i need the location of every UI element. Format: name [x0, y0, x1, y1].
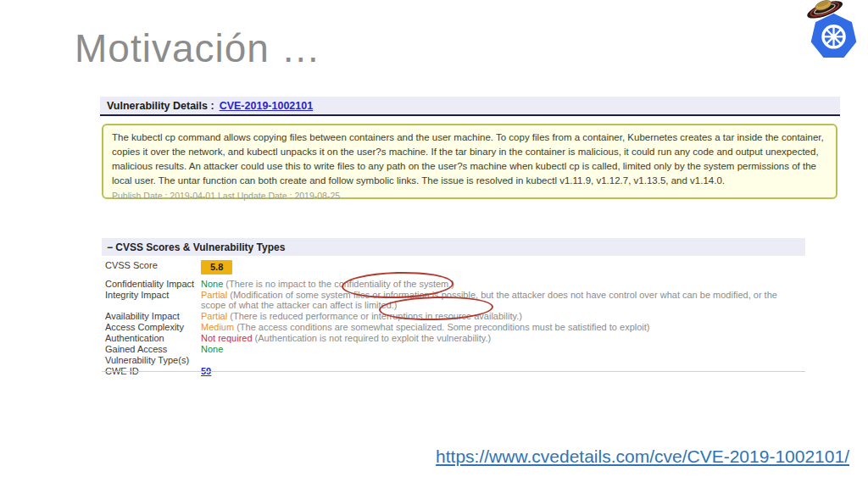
kubernetes-helm-icon: [798, 0, 866, 64]
cvss-row-label: Confidentiality Impact: [105, 279, 201, 290]
cvss-row-content: Medium (The access conditions are somewh…: [201, 322, 802, 333]
cvss-section-header[interactable]: − CVSS Scores & Vulnerability Types: [102, 238, 805, 256]
vulnerability-details-header: Vulnerability Details : CVE-2019-1002101: [100, 97, 840, 116]
cvss-row-desc: (Modification of some system files or in…: [201, 290, 777, 311]
vulnerability-description-text: The kubectl cp command allows copying fi…: [112, 130, 827, 188]
cvss-table-row: Integrity Impact Partial (Modification o…: [105, 290, 802, 311]
cvss-table-row: Confidentiality Impact None (There is no…: [105, 279, 802, 290]
vulnerability-description-box: The kubectl cp command allows copying fi…: [102, 124, 837, 199]
publish-date-line: Publish Date : 2019-04-01 Last Update Da…: [112, 189, 827, 203]
cvss-row-desc: (There is reduced performance or interru…: [230, 311, 522, 321]
slide: Motivación …: [0, 0, 868, 488]
cvss-section-header-label: − CVSS Scores & Vulnerability Types: [107, 241, 285, 253]
cvss-row-desc: (The access conditions are somewhat spec…: [236, 322, 649, 332]
cvss-row-desc: (Authentication is not required to explo…: [255, 333, 492, 343]
cvss-row-label: CVSS Score: [105, 260, 201, 271]
cvss-row-content: Not required (Authentication is not requ…: [201, 333, 802, 344]
footer-url-link[interactable]: https://www.cvedetails.com/cve/CVE-2019-…: [436, 446, 849, 467]
vulnerability-details-label: Vulnerability Details :: [107, 100, 214, 112]
cvss-row-label: Integrity Impact: [105, 290, 201, 301]
cvss-row-value: None: [201, 279, 223, 289]
cvss-table-row: Gained Access None: [105, 344, 802, 355]
cvss-row-content: None (There is no impact to the confiden…: [201, 279, 802, 290]
cvss-row-label: Gained Access: [105, 344, 201, 355]
cvss-row-content: Partial (Modification of some system fil…: [201, 290, 802, 311]
cvss-score-badge: 5.8: [201, 260, 232, 274]
cvss-row-label: Authentication: [105, 333, 201, 344]
cvss-row-value: Partial: [201, 290, 227, 300]
cvss-row-value: Not required: [201, 333, 253, 343]
cvss-table-row: Authentication Not required (Authenticat…: [105, 333, 802, 344]
cvss-row-value: Partial: [201, 311, 227, 321]
table-separator: [102, 371, 805, 372]
cvss-table-row: Availability Impact Partial (There is re…: [105, 311, 802, 322]
cvss-table-row: Vulnerability Type(s): [105, 355, 802, 366]
cvss-row-content: Partial (There is reduced performance or…: [201, 311, 802, 322]
cvss-table: CVSS Score 5.8 Confidentiality Impact No…: [105, 260, 802, 377]
cvss-row-label: Vulnerability Type(s): [105, 355, 201, 366]
cvss-row-value: Medium: [201, 322, 234, 332]
cvss-row-content: 5.8: [201, 260, 802, 274]
kubernetes-logo: [798, 0, 866, 64]
cvss-row-label: Availability Impact: [105, 311, 201, 322]
cvss-row-value: None: [201, 344, 223, 354]
slide-title: Motivación …: [75, 25, 321, 71]
cvss-table-row: Access Complexity Medium (The access con…: [105, 322, 802, 333]
cve-id-link[interactable]: CVE-2019-1002101: [220, 100, 314, 112]
cvss-row-content: None: [201, 344, 802, 355]
cvss-row-label: Access Complexity: [105, 322, 201, 333]
cvss-table-row: CVSS Score 5.8: [105, 260, 802, 274]
cvss-row-desc: (There is no impact to the confidentiali…: [225, 279, 454, 289]
